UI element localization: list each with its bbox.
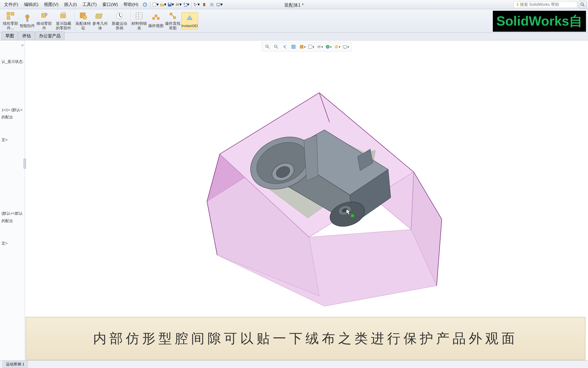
tree-item[interactable]: 定> bbox=[1, 136, 24, 144]
separator bbox=[150, 2, 150, 8]
feature-tree[interactable]: » 认_显示状态· 1<1> (默认< 的配合 定> (默认<<默认 的配合 定… bbox=[0, 40, 25, 360]
prev-view-icon[interactable] bbox=[281, 43, 288, 50]
select-icon[interactable]: ▾ bbox=[193, 1, 200, 8]
print-icon[interactable]: ▾ bbox=[175, 1, 182, 8]
move-component-label: 移动零部件 bbox=[36, 21, 53, 30]
svg-rect-23 bbox=[60, 14, 66, 18]
svg-marker-68 bbox=[304, 135, 318, 181]
undo-icon[interactable]: ▾ bbox=[182, 1, 190, 8]
move-component-button[interactable]: 移动零部件 bbox=[36, 11, 53, 30]
menu-tools[interactable]: 工具(T) bbox=[80, 1, 99, 8]
tree-item[interactable]: 认_显示状态· bbox=[1, 58, 24, 65]
collapse-icon[interactable]: » bbox=[1, 42, 24, 48]
assembly-feature-button[interactable]: 装配体特征 bbox=[75, 11, 92, 30]
watermark: SolidWorks自 bbox=[493, 11, 586, 32]
svg-rect-47 bbox=[309, 45, 312, 49]
svg-line-42 bbox=[277, 47, 278, 49]
view-orientation-icon[interactable]: ▾ bbox=[299, 43, 306, 50]
viewport-3d[interactable]: + − ▾ ▾ ▾ ▾ ▾ ▾ bbox=[25, 40, 588, 360]
svg-point-20 bbox=[25, 15, 29, 19]
subtitle-text: 内部仿形型腔间隙可以贴一下绒布之类进行保护产品外观面 bbox=[93, 329, 518, 348]
svg-rect-6 bbox=[176, 3, 178, 4]
svg-point-50 bbox=[326, 45, 329, 49]
tab-sketch[interactable]: 草图 bbox=[2, 31, 18, 40]
tab-office[interactable]: 办公室产品 bbox=[35, 31, 65, 40]
menu-window[interactable]: 窗口(W) bbox=[100, 1, 120, 8]
menubar: 文件(F) 编辑(E) 视图(V) 插入(I) 工具(T) 窗口(W) 帮助(H… bbox=[0, 0, 588, 9]
smart-fastener-button[interactable]: 智能扣件 bbox=[19, 14, 36, 28]
svg-rect-53 bbox=[343, 45, 347, 48]
instant3d-label: Instant3D bbox=[181, 24, 198, 28]
rebuild-icon[interactable] bbox=[201, 1, 208, 8]
explode-line-sketch-button[interactable]: 爆炸直线草图 bbox=[164, 11, 181, 30]
svg-point-25 bbox=[83, 15, 87, 19]
svg-rect-18 bbox=[11, 12, 14, 15]
svg-rect-46 bbox=[300, 45, 303, 48]
explode-view-button[interactable]: 爆炸视图 bbox=[148, 14, 164, 28]
model-rendering bbox=[141, 56, 472, 311]
svg-rect-4 bbox=[169, 3, 171, 4]
svg-point-49 bbox=[318, 46, 320, 47]
tree-item[interactable]: 定> bbox=[1, 240, 24, 247]
svg-point-13 bbox=[517, 3, 519, 5]
hide-show-icon[interactable]: ▾ bbox=[316, 43, 323, 50]
svg-line-16 bbox=[583, 5, 584, 6]
tab-evaluate[interactable]: 评估 bbox=[18, 31, 35, 40]
svg-rect-21 bbox=[26, 18, 28, 22]
search-box[interactable] bbox=[513, 1, 577, 8]
help-icon[interactable]: ? bbox=[141, 1, 149, 8]
svg-rect-26 bbox=[95, 14, 102, 18]
view-toolbar: + − ▾ ▾ ▾ ▾ ▾ ▾ bbox=[262, 42, 351, 52]
subtitle-overlay: 内部仿形型腔间隙可以贴一下绒布之类进行保护产品外观面 bbox=[26, 317, 585, 360]
render-settings-icon[interactable]: ▾ bbox=[342, 43, 349, 50]
search-submit-icon[interactable] bbox=[579, 1, 586, 8]
tree-item[interactable]: 的配合 bbox=[1, 217, 24, 225]
save-icon[interactable]: ▾ bbox=[167, 1, 174, 8]
tree-item[interactable]: 的配合 bbox=[1, 113, 24, 121]
open-file-icon[interactable]: ▾ bbox=[160, 1, 167, 8]
svg-rect-34 bbox=[155, 15, 157, 17]
motion-study-tab[interactable]: 运动算例 1 bbox=[3, 361, 28, 368]
menu-insert[interactable]: 插入(I) bbox=[62, 1, 79, 8]
section-view-icon[interactable] bbox=[290, 43, 297, 50]
tree-item[interactable]: (默认<<默认 bbox=[1, 210, 24, 217]
svg-point-51 bbox=[335, 45, 338, 49]
scene-icon[interactable]: ▾ bbox=[333, 43, 340, 50]
appearance-icon[interactable]: ▾ bbox=[325, 43, 332, 50]
new-motion-study-button[interactable]: 新建运动算例 bbox=[111, 11, 128, 30]
screen-icon[interactable]: ▾ bbox=[216, 1, 223, 8]
statusbar: 运动算例 1 bbox=[0, 360, 588, 368]
menu-help[interactable]: 帮助(H) bbox=[121, 1, 141, 8]
show-hide-component-button[interactable]: 显示隐藏的零部件 bbox=[55, 11, 72, 30]
svg-rect-72 bbox=[351, 214, 354, 217]
svg-rect-28 bbox=[136, 13, 142, 19]
svg-rect-35 bbox=[170, 13, 172, 15]
menu-view[interactable]: 视图(V) bbox=[41, 1, 61, 8]
svg-rect-32 bbox=[152, 17, 155, 20]
reference-geometry-button[interactable]: 参考几何体 bbox=[92, 11, 108, 30]
tree-item[interactable]: 1<1> (默认< bbox=[1, 106, 24, 114]
svg-point-15 bbox=[581, 3, 583, 5]
menu-edit[interactable]: 编辑(E) bbox=[21, 1, 41, 8]
svg-text:−: − bbox=[275, 45, 276, 48]
search-input[interactable] bbox=[520, 2, 575, 7]
bom-button[interactable]: 材料明细表 bbox=[131, 11, 148, 30]
svg-point-10 bbox=[211, 4, 213, 5]
panel-resize-handle[interactable] bbox=[23, 158, 26, 169]
svg-rect-17 bbox=[7, 12, 10, 15]
zoom-fit-icon[interactable]: + bbox=[264, 43, 271, 50]
linear-component-label: 线性零部件... bbox=[2, 21, 19, 30]
zoom-area-icon[interactable]: − bbox=[273, 43, 280, 50]
linear-component-button[interactable]: 线性零部件... bbox=[2, 11, 19, 30]
display-style-icon[interactable]: ▾ bbox=[307, 43, 314, 50]
svg-rect-2 bbox=[153, 3, 156, 6]
options-icon[interactable] bbox=[208, 1, 215, 8]
new-file-icon[interactable]: ▾ bbox=[152, 1, 159, 8]
instant3d-button[interactable]: Instant3D bbox=[181, 12, 198, 29]
explode-line-label: 爆炸直线草图 bbox=[164, 21, 181, 30]
svg-text:?: ? bbox=[144, 3, 146, 6]
search-bulb-icon bbox=[515, 2, 520, 7]
separator bbox=[191, 2, 191, 8]
svg-rect-33 bbox=[157, 17, 160, 20]
menu-file[interactable]: 文件(F) bbox=[2, 1, 21, 8]
